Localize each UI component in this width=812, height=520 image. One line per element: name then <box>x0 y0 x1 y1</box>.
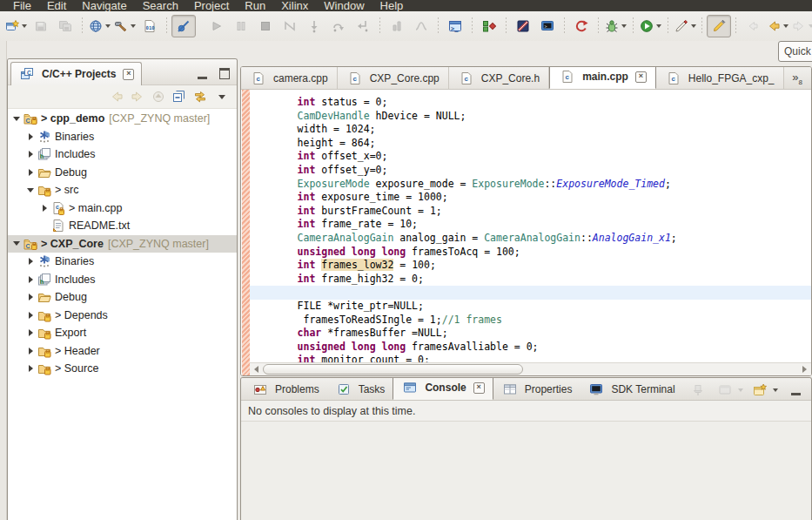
dropdown-arrow-icon[interactable] <box>773 388 778 392</box>
disconnect-button[interactable] <box>278 15 302 37</box>
close-icon[interactable]: × <box>123 69 134 80</box>
close-icon[interactable]: × <box>635 71 647 83</box>
binary-utility-button[interactable]: 010 <box>138 15 162 37</box>
tree-item-includes[interactable]: hIncludes <box>8 271 237 289</box>
dropdown-arrow-icon[interactable] <box>809 24 812 28</box>
menu-item-help[interactable]: Help <box>372 0 412 9</box>
tree-item-export[interactable]: Export <box>8 324 237 342</box>
new-wizard-button[interactable] <box>3 15 29 37</box>
editor-tab-cxp-core-cpp[interactable]: cCXP_Core.cpp <box>338 67 449 89</box>
tree-item-main-cpp[interactable]: c> main.cpp <box>8 199 237 218</box>
resume-button[interactable] <box>205 15 229 37</box>
menu-item-window[interactable]: Window <box>316 0 372 9</box>
terminate-button[interactable] <box>253 15 278 37</box>
save-button[interactable] <box>29 15 53 37</box>
run-button[interactable] <box>638 15 663 37</box>
expand-arrow-icon[interactable] <box>11 241 22 246</box>
profile-button[interactable] <box>385 15 409 37</box>
expand-arrow-icon[interactable] <box>25 365 36 372</box>
debug-button[interactable] <box>603 15 628 37</box>
menu-item-file[interactable]: File <box>5 0 39 9</box>
maximize-view-button[interactable] <box>219 68 230 79</box>
code-text[interactable]: int status = 0; CamDevHandle hDevice = N… <box>250 90 811 375</box>
expand-arrow-icon[interactable] <box>25 348 36 355</box>
expand-arrow-icon[interactable] <box>25 188 36 192</box>
tab-sdk-terminal[interactable]: SDK Terminal <box>580 378 682 400</box>
open-shell-button[interactable]: >_ <box>443 15 467 37</box>
dropdown-arrow-icon[interactable] <box>738 388 743 392</box>
dropdown-arrow-icon[interactable] <box>621 24 627 28</box>
tab-cpp-projects[interactable]: C C/C++ Projects × <box>10 62 142 85</box>
menu-item-search[interactable]: Search <box>135 0 186 9</box>
dropdown-arrow-icon[interactable] <box>131 24 136 28</box>
forward-button[interactable] <box>790 15 812 37</box>
editor-tab-hello-fpga-cxp[interactable]: cHello_FPGA_cxp_ <box>656 67 784 89</box>
program-fpga-button[interactable] <box>511 15 535 37</box>
tree-item-binaries[interactable]: Binaries <box>8 253 237 271</box>
skip-breakpoints-button[interactable] <box>171 15 196 37</box>
pin-console-button[interactable] <box>687 381 711 400</box>
menu-item-edit[interactable]: Edit <box>39 0 74 9</box>
expand-arrow-icon[interactable] <box>25 276 36 283</box>
expand-arrow-icon[interactable] <box>25 312 36 319</box>
editor-tab-cxp-core-h[interactable]: cCXP_Core.h <box>449 67 549 89</box>
scroll-left-arrow-icon[interactable] <box>254 366 258 373</box>
close-icon[interactable]: × <box>473 382 485 394</box>
expand-arrow-icon[interactable] <box>25 151 36 158</box>
tree-item-binaries[interactable]: Binaries <box>8 128 237 146</box>
menu-item-run[interactable]: Run <box>237 0 273 9</box>
expand-arrow-icon[interactable] <box>25 133 36 140</box>
expand-arrow-icon[interactable] <box>25 169 36 176</box>
restart-button[interactable] <box>569 15 594 37</box>
tree-item-header[interactable]: > Header <box>8 342 237 361</box>
step-over-button[interactable] <box>326 15 351 37</box>
suspend-button[interactable] <box>229 15 253 37</box>
expand-arrow-icon[interactable] <box>25 329 36 336</box>
minimize-view-button[interactable] <box>198 70 207 79</box>
dropdown-arrow-icon[interactable] <box>691 24 696 28</box>
view-menu-button[interactable] <box>212 87 232 106</box>
tree-item-depends[interactable]: > Depends <box>8 307 237 325</box>
tree-item-debug[interactable]: Debug <box>8 288 237 307</box>
nav-back-button[interactable] <box>108 87 127 106</box>
tab-console[interactable]: Console× <box>393 377 493 400</box>
save-all-button[interactable] <box>53 15 77 37</box>
menu-item-xilinx[interactable]: Xilinx <box>273 0 316 9</box>
tab-properties[interactable]: Properties <box>493 378 580 400</box>
tab-tasks[interactable]: Tasks <box>327 378 393 400</box>
hidden-tabs-chevron[interactable]: »8 <box>792 71 802 86</box>
back-button[interactable] <box>765 15 790 37</box>
dropdown-arrow-icon[interactable] <box>656 24 661 28</box>
editor-tab-main-cpp[interactable]: cmain.cpp× <box>549 66 656 89</box>
display-console-button[interactable] <box>714 381 746 400</box>
tree-item-cxp-core[interactable]: C> CXP_Core[CXP_ZYNQ master] <box>8 235 237 253</box>
open-console-button[interactable] <box>748 381 781 400</box>
tab-problems[interactable]: Problems <box>244 378 327 400</box>
expand-arrow-icon[interactable] <box>25 294 36 301</box>
build-button[interactable] <box>112 15 138 37</box>
code-editor[interactable]: int status = 0; CamDevHandle hDevice = N… <box>241 90 811 375</box>
collapse-all-button[interactable] <box>171 87 190 106</box>
xsdk-terminal-button[interactable]: >_ <box>535 15 560 37</box>
dropdown-arrow-icon[interactable] <box>105 24 111 28</box>
editor-tab-camera-cpp[interactable]: ccamera.cpp <box>241 67 338 89</box>
mark-occurrences-button[interactable] <box>707 15 731 37</box>
link-editor-button[interactable] <box>191 87 211 106</box>
minimize-button[interactable] <box>783 381 808 400</box>
step-into-button[interactable] <box>302 15 326 37</box>
menu-item-navigate[interactable]: Navigate <box>74 0 134 9</box>
nav-forward-button[interactable] <box>129 87 148 106</box>
tree-item-debug[interactable]: Debug <box>8 164 237 182</box>
scrollbar-thumb[interactable] <box>263 364 523 375</box>
nav-up-button[interactable] <box>150 87 169 106</box>
tree-item-readme-txt[interactable]: README.txt <box>8 217 237 235</box>
tree-item-source[interactable]: > Source <box>8 360 237 378</box>
generate-bsp-globe-button[interactable] <box>87 15 112 37</box>
horizontal-scrollbar[interactable] <box>250 362 811 375</box>
menu-item-project[interactable]: Project <box>186 0 237 9</box>
quick-access-input[interactable] <box>778 41 812 62</box>
step-return-button[interactable] <box>351 15 375 37</box>
expand-arrow-icon[interactable] <box>39 205 50 212</box>
expand-arrow-icon[interactable] <box>11 117 22 121</box>
tree-item-src[interactable]: > src <box>8 181 237 199</box>
